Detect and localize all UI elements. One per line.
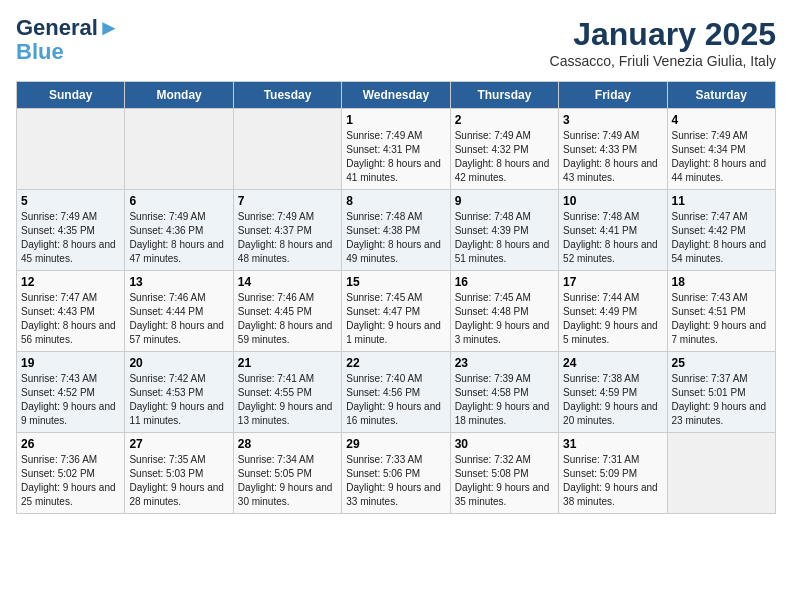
day-info: Sunrise: 7:45 AM Sunset: 4:48 PM Dayligh… (455, 291, 554, 347)
day-cell-24: 24Sunrise: 7:38 AM Sunset: 4:59 PM Dayli… (559, 352, 667, 433)
day-cell-11: 11Sunrise: 7:47 AM Sunset: 4:42 PM Dayli… (667, 190, 775, 271)
day-cell-6: 6Sunrise: 7:49 AM Sunset: 4:36 PM Daylig… (125, 190, 233, 271)
day-cell-5: 5Sunrise: 7:49 AM Sunset: 4:35 PM Daylig… (17, 190, 125, 271)
day-number: 18 (672, 275, 771, 289)
day-info: Sunrise: 7:35 AM Sunset: 5:03 PM Dayligh… (129, 453, 228, 509)
title-block: January 2025 Cassacco, Friuli Venezia Gi… (550, 16, 776, 69)
day-info: Sunrise: 7:40 AM Sunset: 4:56 PM Dayligh… (346, 372, 445, 428)
day-info: Sunrise: 7:49 AM Sunset: 4:35 PM Dayligh… (21, 210, 120, 266)
day-number: 13 (129, 275, 228, 289)
week-row-4: 19Sunrise: 7:43 AM Sunset: 4:52 PM Dayli… (17, 352, 776, 433)
week-row-5: 26Sunrise: 7:36 AM Sunset: 5:02 PM Dayli… (17, 433, 776, 514)
day-cell-16: 16Sunrise: 7:45 AM Sunset: 4:48 PM Dayli… (450, 271, 558, 352)
day-cell-23: 23Sunrise: 7:39 AM Sunset: 4:58 PM Dayli… (450, 352, 558, 433)
day-cell-28: 28Sunrise: 7:34 AM Sunset: 5:05 PM Dayli… (233, 433, 341, 514)
day-cell-8: 8Sunrise: 7:48 AM Sunset: 4:38 PM Daylig… (342, 190, 450, 271)
month-title: January 2025 (550, 16, 776, 53)
day-cell-13: 13Sunrise: 7:46 AM Sunset: 4:44 PM Dayli… (125, 271, 233, 352)
day-number: 1 (346, 113, 445, 127)
day-info: Sunrise: 7:34 AM Sunset: 5:05 PM Dayligh… (238, 453, 337, 509)
day-info: Sunrise: 7:36 AM Sunset: 5:02 PM Dayligh… (21, 453, 120, 509)
dow-header-wednesday: Wednesday (342, 82, 450, 109)
day-info: Sunrise: 7:49 AM Sunset: 4:37 PM Dayligh… (238, 210, 337, 266)
day-info: Sunrise: 7:49 AM Sunset: 4:31 PM Dayligh… (346, 129, 445, 185)
day-cell-25: 25Sunrise: 7:37 AM Sunset: 5:01 PM Dayli… (667, 352, 775, 433)
empty-cell (667, 433, 775, 514)
day-cell-21: 21Sunrise: 7:41 AM Sunset: 4:55 PM Dayli… (233, 352, 341, 433)
day-number: 12 (21, 275, 120, 289)
day-header-row: SundayMondayTuesdayWednesdayThursdayFrid… (17, 82, 776, 109)
dow-header-tuesday: Tuesday (233, 82, 341, 109)
day-number: 25 (672, 356, 771, 370)
day-info: Sunrise: 7:45 AM Sunset: 4:47 PM Dayligh… (346, 291, 445, 347)
day-info: Sunrise: 7:37 AM Sunset: 5:01 PM Dayligh… (672, 372, 771, 428)
day-number: 20 (129, 356, 228, 370)
day-cell-30: 30Sunrise: 7:32 AM Sunset: 5:08 PM Dayli… (450, 433, 558, 514)
day-info: Sunrise: 7:47 AM Sunset: 4:42 PM Dayligh… (672, 210, 771, 266)
logo: General► Blue (16, 16, 120, 64)
day-number: 7 (238, 194, 337, 208)
dow-header-thursday: Thursday (450, 82, 558, 109)
day-cell-4: 4Sunrise: 7:49 AM Sunset: 4:34 PM Daylig… (667, 109, 775, 190)
day-cell-29: 29Sunrise: 7:33 AM Sunset: 5:06 PM Dayli… (342, 433, 450, 514)
day-info: Sunrise: 7:46 AM Sunset: 4:44 PM Dayligh… (129, 291, 228, 347)
day-info: Sunrise: 7:48 AM Sunset: 4:38 PM Dayligh… (346, 210, 445, 266)
day-cell-1: 1Sunrise: 7:49 AM Sunset: 4:31 PM Daylig… (342, 109, 450, 190)
week-row-1: 1Sunrise: 7:49 AM Sunset: 4:31 PM Daylig… (17, 109, 776, 190)
logo-blue: Blue (16, 40, 120, 64)
empty-cell (233, 109, 341, 190)
empty-cell (17, 109, 125, 190)
page-header: General► Blue January 2025 Cassacco, Fri… (16, 16, 776, 69)
day-info: Sunrise: 7:42 AM Sunset: 4:53 PM Dayligh… (129, 372, 228, 428)
day-info: Sunrise: 7:38 AM Sunset: 4:59 PM Dayligh… (563, 372, 662, 428)
day-number: 4 (672, 113, 771, 127)
day-info: Sunrise: 7:49 AM Sunset: 4:32 PM Dayligh… (455, 129, 554, 185)
day-number: 6 (129, 194, 228, 208)
day-info: Sunrise: 7:49 AM Sunset: 4:34 PM Dayligh… (672, 129, 771, 185)
dow-header-friday: Friday (559, 82, 667, 109)
day-number: 9 (455, 194, 554, 208)
day-cell-17: 17Sunrise: 7:44 AM Sunset: 4:49 PM Dayli… (559, 271, 667, 352)
day-number: 11 (672, 194, 771, 208)
day-info: Sunrise: 7:41 AM Sunset: 4:55 PM Dayligh… (238, 372, 337, 428)
week-row-3: 12Sunrise: 7:47 AM Sunset: 4:43 PM Dayli… (17, 271, 776, 352)
day-cell-20: 20Sunrise: 7:42 AM Sunset: 4:53 PM Dayli… (125, 352, 233, 433)
day-number: 5 (21, 194, 120, 208)
day-info: Sunrise: 7:32 AM Sunset: 5:08 PM Dayligh… (455, 453, 554, 509)
day-cell-14: 14Sunrise: 7:46 AM Sunset: 4:45 PM Dayli… (233, 271, 341, 352)
day-cell-2: 2Sunrise: 7:49 AM Sunset: 4:32 PM Daylig… (450, 109, 558, 190)
logo-text: General► (16, 16, 120, 40)
day-number: 29 (346, 437, 445, 451)
day-cell-9: 9Sunrise: 7:48 AM Sunset: 4:39 PM Daylig… (450, 190, 558, 271)
day-info: Sunrise: 7:31 AM Sunset: 5:09 PM Dayligh… (563, 453, 662, 509)
week-row-2: 5Sunrise: 7:49 AM Sunset: 4:35 PM Daylig… (17, 190, 776, 271)
day-cell-31: 31Sunrise: 7:31 AM Sunset: 5:09 PM Dayli… (559, 433, 667, 514)
calendar-body: 1Sunrise: 7:49 AM Sunset: 4:31 PM Daylig… (17, 109, 776, 514)
dow-header-monday: Monday (125, 82, 233, 109)
day-number: 2 (455, 113, 554, 127)
day-cell-15: 15Sunrise: 7:45 AM Sunset: 4:47 PM Dayli… (342, 271, 450, 352)
day-cell-3: 3Sunrise: 7:49 AM Sunset: 4:33 PM Daylig… (559, 109, 667, 190)
day-number: 22 (346, 356, 445, 370)
day-number: 10 (563, 194, 662, 208)
day-cell-10: 10Sunrise: 7:48 AM Sunset: 4:41 PM Dayli… (559, 190, 667, 271)
day-cell-18: 18Sunrise: 7:43 AM Sunset: 4:51 PM Dayli… (667, 271, 775, 352)
day-cell-26: 26Sunrise: 7:36 AM Sunset: 5:02 PM Dayli… (17, 433, 125, 514)
day-number: 3 (563, 113, 662, 127)
day-info: Sunrise: 7:44 AM Sunset: 4:49 PM Dayligh… (563, 291, 662, 347)
day-number: 28 (238, 437, 337, 451)
dow-header-saturday: Saturday (667, 82, 775, 109)
day-number: 27 (129, 437, 228, 451)
empty-cell (125, 109, 233, 190)
calendar-table: SundayMondayTuesdayWednesdayThursdayFrid… (16, 81, 776, 514)
day-info: Sunrise: 7:48 AM Sunset: 4:39 PM Dayligh… (455, 210, 554, 266)
location-subtitle: Cassacco, Friuli Venezia Giulia, Italy (550, 53, 776, 69)
day-info: Sunrise: 7:43 AM Sunset: 4:52 PM Dayligh… (21, 372, 120, 428)
day-number: 17 (563, 275, 662, 289)
day-number: 26 (21, 437, 120, 451)
day-cell-27: 27Sunrise: 7:35 AM Sunset: 5:03 PM Dayli… (125, 433, 233, 514)
day-cell-19: 19Sunrise: 7:43 AM Sunset: 4:52 PM Dayli… (17, 352, 125, 433)
day-info: Sunrise: 7:33 AM Sunset: 5:06 PM Dayligh… (346, 453, 445, 509)
day-number: 16 (455, 275, 554, 289)
day-cell-12: 12Sunrise: 7:47 AM Sunset: 4:43 PM Dayli… (17, 271, 125, 352)
